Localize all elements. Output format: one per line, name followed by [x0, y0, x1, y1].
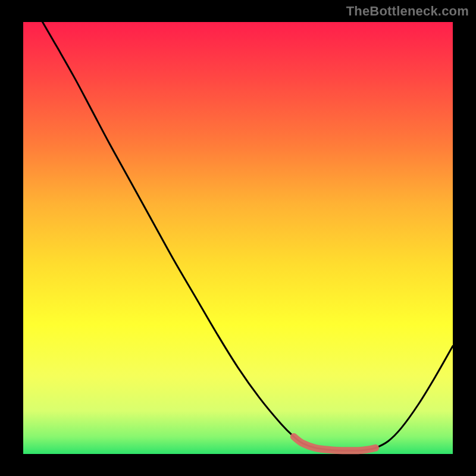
- watermark-text: TheBottleneck.com: [346, 4, 469, 19]
- plot-gradient-area: [23, 22, 453, 454]
